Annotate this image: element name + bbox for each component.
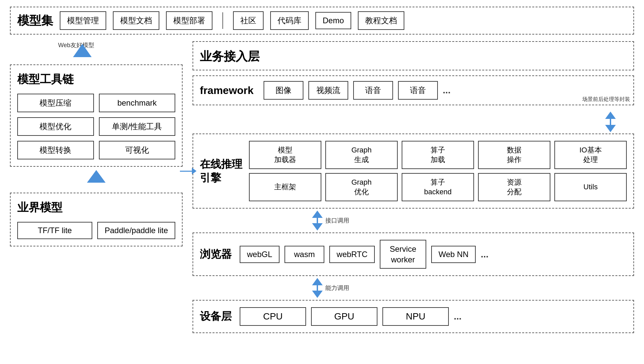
inference-title: 在线推理 引擎: [200, 157, 242, 185]
browser-dots: ...: [481, 249, 488, 260]
service-worker-box: Service worker: [380, 240, 426, 268]
model-set-section: 模型集 模型管理 模型文档 模型部署 社区 代码库 Demo 教程文档: [10, 7, 634, 35]
voice-box2: 语音: [398, 81, 438, 100]
inference-section: 在线推理 引擎 模型 加载器 Graph 生成 算子 加载 数据 操作 IO基本…: [193, 134, 634, 209]
tf-box: TF/TF lite: [17, 222, 92, 239]
scene-label: 场景前后处理等封装: [582, 96, 630, 103]
interface-call-label: 接口调用: [325, 217, 349, 225]
webrtc-box: webRTC: [329, 246, 375, 263]
web-arrow-up: [73, 44, 92, 57]
op-load-box: 算子 加载: [402, 141, 474, 169]
io-process-box: IO基本 处理: [554, 141, 627, 169]
right-panel: 业务接入层 framework 图像 视频流 语音 语音 ... 场景前后处理等…: [193, 41, 634, 333]
separator: [222, 12, 223, 29]
resource-alloc-box: 资源 分配: [478, 173, 550, 201]
device-dots: ...: [454, 311, 461, 322]
model-compress-box: 模型压缩: [17, 94, 94, 112]
up-arrow-icon: [87, 170, 106, 183]
tutorial-box: 教程文档: [358, 11, 404, 30]
webnn-box: Web NN: [431, 246, 476, 263]
model-set-title: 模型集: [17, 13, 53, 29]
paddle-box: Paddle/paddle lite: [97, 222, 175, 239]
model-loader-box: 模型 加载器: [249, 141, 321, 169]
browser-title: 浏览器: [200, 247, 233, 262]
graph-gen-box: Graph 生成: [325, 141, 398, 169]
npu-box: NPU: [382, 307, 449, 326]
benchmark-box: benchmark: [99, 94, 176, 112]
interface-call-arrow: 接口调用: [193, 211, 634, 230]
framework-section: framework 图像 视频流 语音 语音 ... 场景前后处理等封装: [193, 75, 634, 105]
browser-section: 浏览器 webGL wasm webRTC Service worker Web…: [193, 232, 634, 276]
ability-call-label: 能力调用: [325, 284, 349, 292]
webgl-box: webGL: [240, 246, 280, 263]
visualize-box: 可视化: [99, 141, 176, 159]
device-boxes: CPU GPU NPU ...: [240, 307, 461, 326]
op-backend-box: 算子 backend: [402, 173, 474, 201]
data-op-box: 数据 操作: [478, 141, 550, 169]
device-section: 设备层 CPU GPU NPU ...: [193, 300, 634, 333]
framework-title: framework: [200, 84, 254, 97]
framework-boxes: 图像 视频流 语音 语音 ...: [264, 81, 450, 100]
model-optimize-box: 模型优化: [17, 117, 94, 136]
business-layer-section: 业务接入层: [193, 41, 634, 70]
model-management-box: 模型管理: [60, 11, 106, 30]
left-panel: Web友好模型 模型工具链 模型压缩 benchmark 模型优化 单测/性能工…: [10, 41, 183, 246]
toolchain-to-inference-arrow: [180, 168, 197, 174]
model-deploy-box: 模型部署: [166, 11, 212, 30]
utils-box: Utils: [554, 173, 627, 201]
main-container: 模型集 模型管理 模型文档 模型部署 社区 代码库 Demo 教程文档 Web友…: [0, 0, 644, 340]
industry-model-title: 业界模型: [17, 200, 175, 215]
tool-to-industry-arrow: [10, 170, 183, 183]
video-stream-box: 视频流: [308, 81, 348, 100]
community-box: 社区: [233, 11, 264, 30]
gpu-box: GPU: [311, 307, 377, 326]
content-row: Web友好模型 模型工具链 模型压缩 benchmark 模型优化 单测/性能工…: [10, 41, 634, 333]
framework-dots: ...: [443, 85, 450, 96]
industry-model-grid: TF/TF lite Paddle/paddle lite: [17, 222, 175, 239]
tool-chain-title: 模型工具链: [17, 72, 175, 87]
cpu-box: CPU: [240, 307, 306, 326]
image-box: 图像: [264, 81, 303, 100]
framework-inference-arrow: [193, 112, 634, 132]
graph-opt-box: Graph 优化: [325, 173, 398, 201]
demo-box: Demo: [315, 12, 351, 29]
tool-chain-section: 模型工具链 模型压缩 benchmark 模型优化 单测/性能工具 模型转换 可…: [10, 64, 183, 167]
voice-box1: 语音: [353, 81, 393, 100]
wasm-box: wasm: [284, 246, 324, 263]
business-layer-title: 业务接入层: [200, 48, 627, 65]
industry-model-section: 业界模型 TF/TF lite Paddle/paddle lite: [10, 193, 183, 246]
ability-call-arrow: 能力调用: [193, 278, 634, 298]
unit-test-box: 单测/性能工具: [99, 117, 176, 136]
tool-chain-grid: 模型压缩 benchmark 模型优化 单测/性能工具 模型转换 可视化: [17, 94, 175, 159]
code-repo-box: 代码库: [270, 11, 309, 30]
model-docs-box: 模型文档: [113, 11, 159, 30]
browser-boxes: webGL wasm webRTC Service worker Web NN …: [240, 240, 489, 268]
main-framework-box: 主框架: [249, 173, 321, 201]
device-title: 设备层: [200, 309, 233, 324]
inference-grid: 模型 加载器 Graph 生成 算子 加载 数据 操作 IO基本 处理 主框架 …: [249, 141, 627, 201]
model-convert-box: 模型转换: [17, 141, 94, 159]
